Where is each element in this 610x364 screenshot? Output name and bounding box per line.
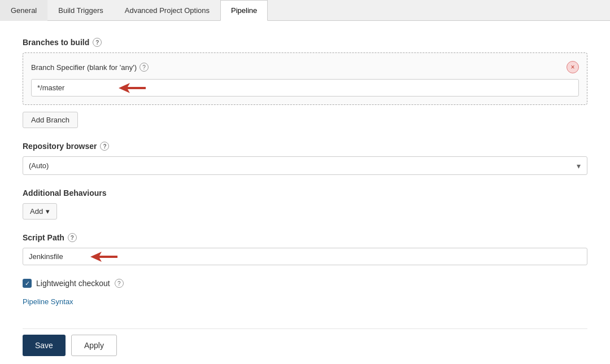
additional-behaviours-label: Additional Behaviours <box>23 188 587 198</box>
script-path-input-wrapper <box>23 248 587 265</box>
branch-specifier-label: Branch Specifier (blank for 'any') ? <box>31 63 149 72</box>
branches-to-build-section: Branches to build ? Branch Specifier (bl… <box>23 38 587 128</box>
repository-browser-label: Repository browser ? <box>23 142 587 151</box>
branch-specifier-container: Branch Specifier (blank for 'any') ? × <box>23 52 587 105</box>
script-path-input[interactable] <box>23 248 587 265</box>
branch-specifier-help-icon[interactable]: ? <box>140 63 149 72</box>
lightweight-checkout-help-icon[interactable]: ? <box>115 279 124 288</box>
save-button[interactable]: Save <box>23 335 66 356</box>
branch-specifier-row: Branch Specifier (blank for 'any') ? × <box>31 61 579 73</box>
footer-buttons: Save Apply <box>23 328 587 356</box>
lightweight-checkout-row: Lightweight checkout ? <box>23 279 587 288</box>
lightweight-checkout-label: Lightweight checkout <box>36 279 110 288</box>
pipeline-syntax-link[interactable]: Pipeline Syntax <box>23 297 73 306</box>
tabs-bar: General Build Triggers Advanced Project … <box>0 0 610 21</box>
branches-to-build-label: Branches to build ? <box>23 38 587 47</box>
apply-button[interactable]: Apply <box>71 335 117 356</box>
add-branch-button[interactable]: Add Branch <box>23 112 78 128</box>
add-behaviour-button[interactable]: Add ▾ <box>23 203 57 220</box>
branch-specifier-input-wrapper <box>31 79 579 97</box>
script-path-section: Script Path ? <box>23 233 587 265</box>
script-path-help-icon[interactable]: ? <box>68 233 77 242</box>
script-path-label: Script Path ? <box>23 233 587 242</box>
tab-build-triggers[interactable]: Build Triggers <box>47 0 114 21</box>
repository-browser-select[interactable]: (Auto) <box>23 156 587 175</box>
tab-pipeline[interactable]: Pipeline <box>220 0 268 21</box>
additional-behaviours-section: Additional Behaviours Add ▾ <box>23 188 587 220</box>
tab-advanced-project-options[interactable]: Advanced Project Options <box>114 0 220 21</box>
remove-branch-button[interactable]: × <box>567 61 579 73</box>
branch-specifier-input[interactable] <box>31 79 579 97</box>
main-content: Branches to build ? Branch Specifier (bl… <box>0 21 610 364</box>
repository-browser-help-icon[interactable]: ? <box>100 142 109 151</box>
tab-general[interactable]: General <box>0 0 47 21</box>
repository-browser-select-wrapper: (Auto) <box>23 156 587 175</box>
lightweight-checkout-checkbox[interactable] <box>23 279 32 288</box>
branches-to-build-help-icon[interactable]: ? <box>93 38 102 47</box>
repository-browser-section: Repository browser ? (Auto) <box>23 142 587 175</box>
